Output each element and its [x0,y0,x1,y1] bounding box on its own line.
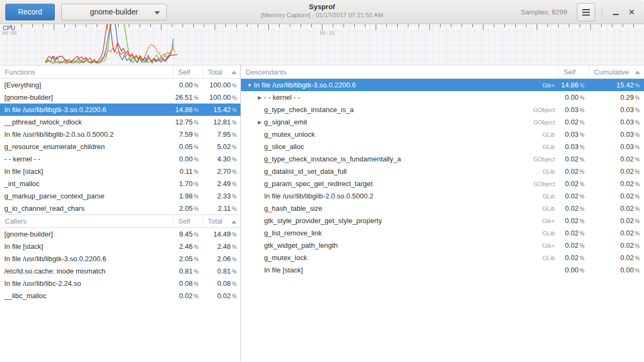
descendant-name: g_mutex_lockGLib [241,254,558,262]
tree-row[interactable]: g_type_check_instance_is_fundamentally_a… [241,153,644,165]
percent-sign: % [635,83,640,88]
record-button[interactable]: Record [5,4,55,20]
table-row[interactable]: _int_malloc1.70%2.49% [0,178,240,190]
library-category-label: GObject [533,156,558,162]
tree-row[interactable]: ▼In file /usr/lib/libgtk-3.so.0.2200.6Gt… [241,79,644,91]
total-percent: 0.02% [202,292,240,300]
cumulative-percent: 0.29% [589,93,644,101]
library-category-label: Gtk+ [542,218,558,224]
table-row[interactable]: In file /usr/lib/libc-2.24.so0.08%0.08% [0,277,240,290]
table-row[interactable]: In file /usr/lib/libgtk-3.so.0.2200.62.0… [0,253,240,265]
column-header-descendants[interactable]: Descendants [241,65,558,78]
percent-sign: % [194,281,199,287]
tree-row[interactable]: g_mutex_unlockGLib0.03%0.03% [241,128,644,141]
percent-sign: % [232,256,237,262]
self-percent: 1.98% [173,192,202,200]
column-header-self[interactable]: Self [173,65,202,78]
minimize-button[interactable] [608,4,624,20]
total-percent: 4.30% [202,155,240,163]
function-name: [gnome-builder] [0,93,173,101]
tree-row[interactable]: gtk_widget_path_lengthGtk+0.02%0.02% [241,239,644,252]
tree-row[interactable]: ▶- - kernel - -0.00%0.29% [241,91,644,104]
self-percent: 0.00% [558,266,589,274]
functions-table: [Everything]0.00%100.00%[gnome-builder]2… [0,79,240,215]
self-percent: 0.00% [173,155,202,163]
percent-sign: % [580,255,584,261]
tree-row[interactable]: g_mutex_lockGLib0.02%0.02% [241,252,644,264]
column-header-cumulative[interactable]: Cumulative [589,65,644,78]
column-header-callers[interactable]: Callers [0,215,173,227]
self-percent: 0.02% [558,217,589,225]
tree-row[interactable]: g_slice_allocGLib0.03%0.03% [241,141,644,153]
table-row[interactable]: In file [stack]2.46%2.48% [0,240,240,253]
total-percent: 7.95% [202,130,240,138]
percent-sign: % [635,231,640,237]
tree-row[interactable]: g_type_check_instance_is_aGObject0.03%0.… [241,104,644,116]
cumulative-percent: 0.02% [589,155,644,163]
function-name: In file /usr/lib/libc-2.24.so [0,279,173,287]
column-header-total[interactable]: Total [202,215,240,227]
table-row[interactable]: /etc/ld.so.cache: inode mismatch0.81%0.8… [0,265,240,277]
self-percent: 0.08% [173,279,202,287]
column-header-functions[interactable]: Functions [0,65,173,78]
tree-row[interactable]: g_datalist_id_set_data_fullGLib0.02%0.02… [241,165,644,178]
expander-collapsed-icon[interactable]: ▶ [255,120,264,125]
tree-row[interactable]: gtk_style_provider_get_style_propertyGtk… [241,215,644,227]
table-row[interactable]: g_resource_enumerate_children0.05%5.02% [0,141,240,153]
descendant-name: g_slice_allocGLib [241,143,558,151]
table-row[interactable]: In file [stack]0.11%2.70% [0,165,240,178]
cumulative-percent: 0.03% [589,118,644,126]
cumulative-percent: 0.02% [589,167,644,175]
percent-sign: % [635,144,640,150]
total-percent: 15.42% [202,106,240,114]
table-row[interactable]: [Everything]0.00%100.00% [0,79,240,91]
hamburger-icon [582,9,590,10]
tree-row[interactable]: In file /usr/lib/libglib-2.0.so.0.5000.2… [241,190,644,202]
table-row[interactable]: g_io_channel_read_chars2.05%2.11% [0,202,240,215]
self-percent: 12.75% [173,118,202,126]
total-percent: 2.48% [202,242,240,250]
total-percent: 2.70% [202,167,240,175]
percent-sign: % [232,83,237,88]
percent-sign: % [194,144,199,150]
close-button[interactable]: ✕ [624,4,640,20]
tree-row[interactable]: g_list_remove_linkGLib0.02%0.02% [241,227,644,239]
expander-collapsed-icon[interactable]: ▶ [255,95,264,100]
table-row[interactable]: In file /usr/lib/libglib-2.0.so.0.5000.2… [0,128,240,141]
percent-sign: % [194,232,199,238]
self-percent: 0.02% [173,292,202,300]
tree-row[interactable]: In file [stack]0.00%0.00% [241,264,644,276]
descendants-table-header: Descendants Self Cumulative [241,65,644,79]
tree-row[interactable]: ▶g_signal_emitGObject0.02%0.03% [241,116,644,128]
percent-sign: % [232,244,237,250]
table-row[interactable]: g_markup_parse_context_parse1.98%2.33% [0,190,240,202]
table-row[interactable]: __pthread_rwlock_rdlock12.75%12.81% [0,116,240,128]
table-row[interactable]: - - kernel - -0.00%4.30% [0,153,240,165]
descendant-name: g_mutex_unlockGLib [241,130,558,138]
percent-sign: % [194,132,199,138]
function-name: g_markup_parse_context_parse [0,192,173,200]
total-percent: 2.33% [202,192,240,200]
tree-row[interactable]: g_hash_table_sizeGLib0.02%0.02% [241,202,644,215]
cpu-graph[interactable]: CPU 00:00 00:30 [0,24,644,65]
percent-sign: % [635,157,640,162]
column-header-total[interactable]: Total [202,65,240,78]
cumulative-percent: 0.02% [589,217,644,225]
column-header-self[interactable]: Self [173,215,202,227]
expander-expanded-icon[interactable]: ▼ [245,83,254,88]
table-row[interactable]: [gnome-builder]9.45%14.49% [0,228,240,240]
self-percent: 0.03% [558,130,589,138]
menu-button[interactable] [577,3,595,21]
library-category-label: GObject [533,119,558,125]
self-percent: 14.86% [173,106,202,114]
table-row[interactable]: [gnome-builder]26.51%100.00% [0,91,240,104]
total-percent: 0.81% [202,267,240,275]
library-category-label: GLib [543,193,558,200]
percent-sign: % [580,243,584,249]
cumulative-percent: 0.00% [589,266,644,274]
table-row[interactable]: __libc_malloc0.02%0.02% [0,290,240,302]
table-row[interactable]: In file /usr/lib/libgtk-3.so.0.2200.614.… [0,104,240,116]
tree-row[interactable]: g_param_spec_get_redirect_targetGObject0… [241,178,644,190]
column-header-self[interactable]: Self [558,65,589,78]
target-selector-dropdown[interactable]: gnome-builder [61,4,167,20]
